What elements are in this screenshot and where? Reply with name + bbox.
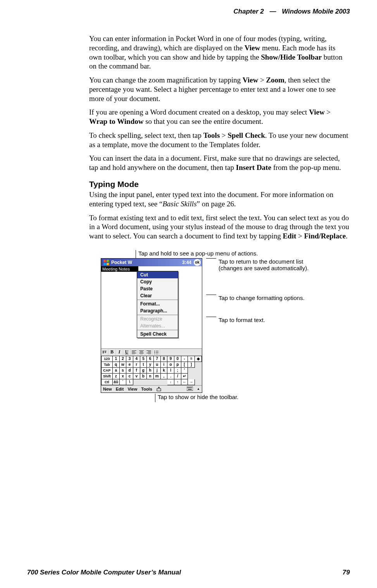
key[interactable]: u — [153, 362, 160, 367]
key[interactable]: b — [140, 373, 147, 379]
menu-item-cut[interactable]: Cut — [137, 271, 178, 278]
key[interactable]: l — [167, 367, 174, 373]
key[interactable]: ; — [174, 367, 181, 373]
key[interactable]: ◆ — [195, 356, 202, 362]
key[interactable]: ' — [181, 367, 188, 373]
key[interactable]: w — [119, 362, 126, 367]
underline-button[interactable]: U — [123, 349, 131, 355]
font-button[interactable]: FF — [101, 349, 108, 355]
key[interactable]: 7 — [153, 356, 160, 362]
key[interactable]: 2 — [119, 356, 126, 362]
key[interactable]: , — [160, 373, 167, 379]
paragraph-6: Using the input panel, enter typed text … — [89, 190, 350, 209]
key[interactable]: a — [112, 367, 119, 373]
key[interactable]: c — [126, 373, 133, 379]
key-label[interactable]: 123 — [102, 356, 113, 362]
align-left-icon[interactable] — [131, 349, 138, 355]
start-icon[interactable] — [103, 259, 110, 266]
key[interactable]: 1 — [112, 356, 119, 362]
menu-item-clear[interactable]: Clear — [137, 292, 178, 299]
menu-item-spell-check[interactable]: Spell Check — [137, 331, 178, 338]
key — [188, 373, 195, 379]
svg-rect-2 — [103, 263, 106, 265]
key[interactable]: e — [126, 362, 133, 367]
menu-item-copy[interactable]: Copy — [137, 278, 178, 285]
key-label[interactable]: CAP — [102, 367, 113, 373]
page-footer: 700 Series Color Mobile Computer User’s … — [27, 569, 350, 576]
key[interactable]: . — [167, 373, 174, 379]
key[interactable]: - — [181, 356, 188, 362]
key[interactable]: áü — [112, 379, 119, 385]
key[interactable]: 0 — [174, 356, 181, 362]
key[interactable]: k — [160, 367, 167, 373]
key[interactable]: / — [174, 373, 181, 379]
key[interactable]: 8 — [160, 356, 167, 362]
key — [195, 362, 202, 367]
key-label[interactable]: Ctl — [102, 379, 113, 385]
svg-rect-25 — [188, 387, 189, 388]
key[interactable]: ↑ — [174, 379, 181, 385]
document-title[interactable]: Meeting Notes — [101, 266, 138, 272]
paragraph-2: You can change the zoom magnification by… — [89, 75, 350, 103]
paragraph-4: To check spelling, select text, then tap… — [89, 131, 350, 149]
key[interactable]: x — [119, 373, 126, 379]
key[interactable]: q — [112, 362, 119, 367]
bullets-icon[interactable] — [153, 349, 160, 355]
menu-tools[interactable]: Tools — [139, 387, 154, 391]
key[interactable]: ` — [119, 379, 126, 385]
key[interactable]: g — [140, 367, 147, 373]
key[interactable]: 5 — [140, 356, 147, 362]
menu-edit[interactable]: Edit — [114, 387, 126, 391]
align-center-icon[interactable] — [138, 349, 145, 355]
key[interactable]: ] — [188, 362, 195, 367]
key-label[interactable]: Tab — [102, 362, 113, 367]
key-label[interactable]: Shift — [102, 373, 113, 379]
key[interactable]: m — [153, 373, 160, 379]
key[interactable]: 9 — [167, 356, 174, 362]
key[interactable]: 3 — [126, 356, 133, 362]
key[interactable]: o — [167, 362, 174, 367]
screenshot-figure: Tap and hold to see a pop-up menu of act… — [101, 250, 350, 402]
key[interactable]: t — [140, 362, 147, 367]
key[interactable]: j — [153, 367, 160, 373]
key[interactable]: \ — [126, 379, 133, 385]
document-area[interactable]: Cut Copy Paste Clear Format... Paragraph… — [101, 272, 202, 348]
svg-rect-23 — [187, 387, 193, 391]
ok-button[interactable]: ok — [194, 259, 201, 266]
key[interactable]: p — [174, 362, 181, 367]
menu-view[interactable]: View — [126, 387, 139, 391]
key[interactable]: = — [188, 356, 195, 362]
key[interactable]: h — [147, 367, 154, 373]
toolbar-toggle-icon[interactable] — [154, 386, 164, 392]
sip-up-arrow-icon[interactable]: ▲ — [195, 387, 202, 391]
key[interactable]: → — [188, 379, 195, 385]
key[interactable]: z — [112, 373, 119, 379]
key[interactable]: 4 — [133, 356, 140, 362]
key[interactable]: y — [147, 362, 154, 367]
key[interactable]: n — [147, 373, 154, 379]
on-screen-keyboard[interactable]: 1231234567890-=◆Tabqwertyuiop[]CAPasdfgh… — [101, 356, 202, 385]
key — [140, 379, 147, 385]
menu-new[interactable]: New — [101, 387, 114, 391]
key[interactable]: r — [133, 362, 140, 367]
key[interactable]: ← — [181, 379, 188, 385]
key[interactable]: f — [133, 367, 140, 373]
key[interactable]: s — [119, 367, 126, 373]
key[interactable]: [ — [181, 362, 188, 367]
callout-ok: Tap to return to the document list (chan… — [206, 258, 312, 271]
menu-item-paste[interactable]: Paste — [137, 285, 178, 292]
bold-button[interactable]: B — [108, 349, 116, 355]
menu-item-format[interactable]: Format... — [137, 300, 178, 307]
menu-item-paragraph[interactable]: Paragraph... — [137, 307, 178, 314]
key[interactable]: ↓ — [167, 379, 174, 385]
key[interactable]: d — [126, 367, 133, 373]
manual-title: 700 Series Color Mobile Computer User’s … — [27, 569, 181, 576]
key[interactable]: ↵ — [181, 373, 188, 379]
key[interactable]: i — [160, 362, 167, 367]
key[interactable]: v — [133, 373, 140, 379]
italic-button[interactable]: I — [116, 349, 123, 355]
key[interactable]: 6 — [147, 356, 154, 362]
format-toolbar: FF B I U — [101, 348, 202, 356]
keyboard-icon[interactable] — [185, 387, 195, 391]
align-right-icon[interactable] — [145, 349, 153, 355]
